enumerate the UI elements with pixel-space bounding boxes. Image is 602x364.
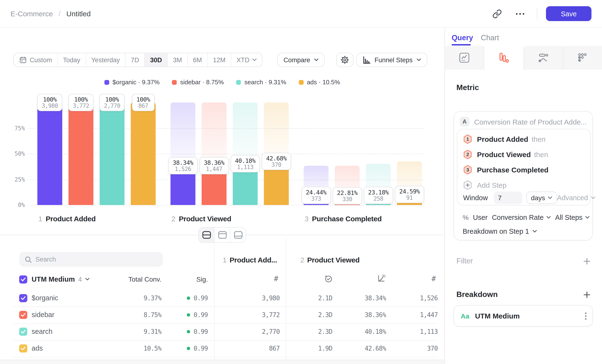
footer-strip: [0, 360, 444, 364]
window-value-input[interactable]: [494, 192, 522, 204]
tab-chart[interactable]: Chart: [481, 32, 499, 44]
cell-conv-rate: 42.68%: [338, 345, 386, 352]
row-checkbox[interactable]: [19, 294, 27, 302]
cell-step2-count: 1,113: [390, 328, 438, 335]
layout-split-button[interactable]: [199, 227, 215, 242]
layout-chart-only-button[interactable]: [215, 227, 230, 242]
funnel-bar-ads-step1[interactable]: [131, 103, 156, 205]
bar-value-label: 40.18%1,113: [231, 155, 260, 172]
cell-avg-time: 2.3D: [284, 328, 332, 335]
measure-scope-select[interactable]: All Steps: [555, 214, 590, 221]
metric-step-name: Product Added: [477, 135, 528, 143]
chevron-down-icon: [532, 230, 537, 233]
breadcrumb-parent[interactable]: E-Commerce: [11, 10, 53, 18]
metric-step-name: Purchase Completed: [477, 165, 548, 174]
cell-total-conv: 9.31%: [96, 328, 161, 335]
percent-icon: %: [463, 214, 469, 221]
funnel-bar-search-step1[interactable]: [100, 103, 125, 205]
table-row-organic[interactable]: $organic9.37%0.993,9802.1D38.34%1,526: [13, 290, 438, 307]
advanced-toggle[interactable]: Advanced: [557, 194, 595, 202]
breadcrumb-current[interactable]: Untitled: [66, 10, 91, 18]
breakdown-item-name: UTM Medium: [475, 312, 520, 320]
report-type-retention[interactable]: [563, 46, 602, 69]
step-axis-label-1: 1Product Added: [38, 214, 96, 223]
bar-count: 370: [266, 162, 287, 168]
cell-step1-count: 2,770: [223, 328, 280, 335]
save-button[interactable]: Save: [546, 6, 591, 21]
app: E-Commerce / Untitled Save CustomTodayYe…: [0, 0, 602, 364]
breakdown-heading: Breakdown: [456, 290, 498, 299]
metric-title-row[interactable]: A Conversion Rate of Product Adde...: [460, 117, 587, 127]
y-axis-tick: 25%: [7, 176, 25, 183]
y-axis-tick: 50%: [7, 150, 25, 157]
measure-entity[interactable]: User: [473, 214, 488, 221]
breakdown-item[interactable]: Aa UTM Medium: [453, 305, 593, 327]
breakdown-on-step-select[interactable]: Breakdown on Step 1: [463, 227, 537, 236]
tab-query[interactable]: Query: [452, 32, 473, 44]
sig-value: 0.99: [194, 311, 208, 319]
table-row-sidebar[interactable]: sidebar8.75%0.993,7722.3D38.36%1,447: [13, 307, 438, 324]
bar-count: 867: [136, 103, 150, 109]
bar-percent: 23.18%: [368, 189, 389, 196]
cell-avg-time: 2.1D: [284, 295, 332, 302]
bar-value-label: 100%867: [132, 94, 154, 111]
y-axis-tick: 0%: [7, 202, 25, 208]
step-name: Purchase Completed: [312, 214, 382, 223]
cell-total-conv: 9.37%: [96, 295, 161, 302]
row-checkbox[interactable]: [19, 344, 27, 353]
breakdown-section: Breakdown: [456, 290, 591, 299]
more-menu-button[interactable]: [512, 6, 528, 22]
bar-percent: 100%: [73, 96, 89, 103]
bar-value-label: 42.68%370: [262, 152, 291, 170]
filter-section: Filter: [456, 257, 591, 265]
sig-dot: [187, 347, 190, 350]
step-name: Product Viewed: [179, 214, 231, 223]
row-checkbox[interactable]: [19, 328, 27, 336]
bar-count: 2,770: [104, 103, 120, 109]
funnel-icon: [498, 52, 510, 63]
breakdown-on-label: Breakdown on Step 1: [463, 227, 529, 235]
add-step-button[interactable]: Add Step: [463, 178, 506, 192]
row-checkbox[interactable]: [19, 311, 27, 319]
layout-table-only-button[interactable]: [230, 227, 246, 242]
cell-conv-rate: 40.18%: [338, 328, 386, 335]
metric-step-3[interactable]: 3Purchase Completed: [463, 163, 548, 176]
row-name: search: [32, 328, 53, 335]
funnel-ghost-bar: [202, 103, 226, 166]
report-type-funnel[interactable]: [484, 46, 524, 69]
svg-text:3: 3: [466, 167, 469, 172]
window-unit-select[interactable]: days: [526, 192, 557, 204]
cell-step1-count: 867: [223, 345, 280, 352]
bar-percent: 100%: [136, 96, 150, 103]
check-icon: [21, 330, 26, 334]
cell-total-conv: 10.5%: [96, 345, 161, 352]
bar-value-label: 24.59%91: [395, 186, 424, 203]
bar-percent: 42.68%: [266, 154, 287, 162]
share-link-button[interactable]: [489, 6, 505, 22]
step-number-badge: 2: [463, 149, 472, 159]
sig-dot: [187, 330, 190, 333]
report-type-insights[interactable]: [445, 46, 484, 69]
query-panel: Query Chart Metric A Conversion Rate of …: [445, 28, 602, 364]
table-row-search[interactable]: search9.31%0.992,7702.3D40.18%1,113: [13, 323, 438, 341]
top-bar: E-Commerce / Untitled Save: [0, 0, 602, 28]
step-name: Product Added: [46, 214, 96, 223]
table-row-ads[interactable]: ads10.5%0.998671.9D42.68%370: [13, 340, 438, 357]
measure-metric-select[interactable]: Conversion Rate: [492, 214, 551, 221]
kebab-icon: [585, 312, 587, 320]
add-filter-button[interactable]: [583, 257, 591, 265]
funnel-bar-organic-step1[interactable]: [37, 103, 62, 205]
add-breakdown-button[interactable]: [583, 291, 591, 298]
bar-value-label: 24.44%373: [301, 187, 331, 204]
report-type-tabs: [445, 46, 602, 69]
funnel-bar-sidebar-step1[interactable]: [68, 103, 93, 205]
cell-step1-count: 3,980: [223, 295, 280, 302]
breadcrumb-separator: /: [59, 10, 61, 18]
report-type-flows[interactable]: [524, 46, 563, 69]
bar-percent: 24.59%: [399, 188, 420, 195]
metric-step-1[interactable]: 1Product Addedthen: [463, 132, 546, 146]
breakdown-item-menu-button[interactable]: [585, 312, 587, 320]
sig-value: 0.99: [194, 345, 208, 352]
metric-step-2[interactable]: 2Product Viewedthen: [463, 148, 548, 161]
bar-value-label: 23.18%258: [364, 187, 393, 204]
